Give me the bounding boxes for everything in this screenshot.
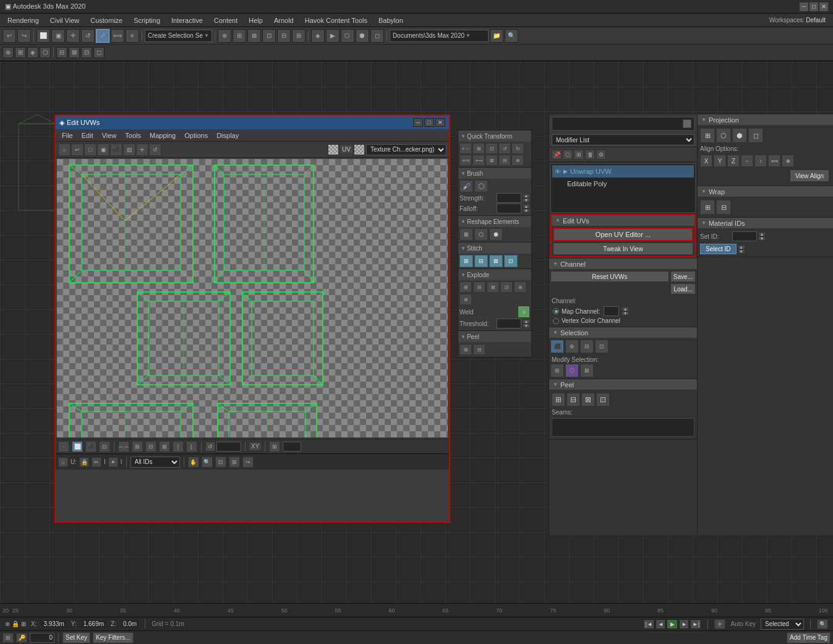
uvw-menu-tools[interactable]: Tools	[121, 131, 145, 140]
uvw-minimize-btn[interactable]: ─	[413, 118, 423, 127]
pan-btn[interactable]: ✋	[188, 457, 199, 468]
uvw-vertex-btn[interactable]: ·	[58, 441, 69, 452]
z-align-btn[interactable]: Z	[727, 155, 740, 167]
close-btn[interactable]: ✕	[819, 2, 828, 11]
selected-dropdown[interactable]: Selected	[761, 619, 804, 630]
path-btn[interactable]: 📁	[490, 29, 503, 43]
uvw-menu-display[interactable]: Display	[213, 131, 242, 140]
texture-dropdown[interactable]: Texture Ch...ecker.png)	[366, 144, 446, 155]
strength-down[interactable]: ▼	[523, 198, 530, 202]
menu-rendering[interactable]: Rendering	[2, 15, 44, 25]
first-frame-btn[interactable]: |◄	[643, 619, 654, 629]
peel-f-btn2[interactable]: ⊟	[473, 344, 485, 355]
open-uv-editor-btn[interactable]: Open UV Editor ...	[553, 228, 693, 241]
proj-planar-btn[interactable]: ⊞	[700, 128, 715, 143]
sub-tool3[interactable]: ◈	[27, 47, 38, 58]
zoom-region-btn[interactable]: 🔍	[202, 457, 213, 468]
explode-btn4[interactable]: ⊡	[500, 281, 513, 293]
peel-icon3[interactable]: ⊠	[581, 393, 595, 406]
rotate-input[interactable]: 0.0	[216, 442, 241, 452]
uvw-menu-view[interactable]: View	[98, 131, 121, 140]
tool2[interactable]: ⊞	[233, 29, 246, 43]
tool3[interactable]: ⊠	[247, 29, 261, 43]
pin-stack-btn[interactable]: 📌	[552, 150, 562, 160]
uvw-status-icon1[interactable]: ⌂	[58, 457, 68, 467]
sub-tool7[interactable]: ⊡	[81, 47, 92, 58]
sub-tool8[interactable]: ◻	[93, 47, 105, 58]
uvw-edge-btn[interactable]: ⬜	[72, 441, 83, 452]
brush-btn1[interactable]: 🖌	[459, 180, 473, 192]
uvw-move-btn[interactable]: ✛	[136, 144, 148, 156]
sel-face-btn[interactable]: ⬛	[550, 340, 564, 353]
zoom-fit-btn[interactable]: ⊞	[229, 457, 240, 468]
explode-btn6[interactable]: ⊗	[459, 294, 472, 305]
sel-contract-btn[interactable]: ⊟	[580, 340, 594, 353]
tool5[interactable]: ⊟	[277, 29, 291, 43]
load-btn[interactable]: Load...	[670, 283, 696, 294]
select-id-btn[interactable]: Select ID	[700, 244, 737, 254]
texture-checker-icon[interactable]	[354, 144, 365, 155]
stitch-btn4[interactable]: ⊡	[504, 255, 518, 267]
map-channel-down[interactable]: ▼	[622, 311, 629, 316]
material-editor-btn[interactable]: ◈	[311, 29, 325, 43]
play-btn[interactable]: ▶	[667, 619, 678, 629]
anim-mode-icon[interactable]: ⊞	[2, 633, 14, 643]
menu-havok[interactable]: Havok Content Tools	[300, 15, 372, 25]
selection-header[interactable]: ▼ Selection	[549, 327, 697, 338]
stitch-btn2[interactable]: ⊟	[474, 255, 488, 267]
menu-help[interactable]: Help	[244, 15, 268, 25]
all-ids-dropdown[interactable]: All IDs	[130, 457, 180, 468]
peel-icon2[interactable]: ⊟	[566, 393, 580, 406]
mirror-btn[interactable]: ⟺	[111, 29, 124, 43]
set-key-btn[interactable]: Set Key	[62, 632, 90, 643]
wrap-btn1[interactable]: ⊞	[700, 200, 715, 215]
sel-ring-btn[interactable]: ⊡	[595, 340, 609, 353]
explode-btn1[interactable]: ⊞	[459, 281, 472, 293]
menu-customize[interactable]: Customize	[85, 15, 127, 25]
uvw-maximize-btn[interactable]: □	[424, 118, 434, 127]
qt-btn2[interactable]: ⊞	[472, 143, 485, 154]
material-ids-header[interactable]: ▼ Material IDs	[698, 218, 833, 229]
mod-item-editable-poly[interactable]: Editable Poly	[552, 178, 694, 190]
falloff-input[interactable]: 20.0	[497, 204, 521, 213]
reshape-btn3[interactable]: ⬢	[489, 228, 503, 241]
mod-sel-btn1[interactable]: ⊞	[550, 364, 564, 377]
sub-tool1[interactable]: ⊕	[2, 47, 14, 58]
uvw-sel3-btn[interactable]: ⊟	[145, 441, 156, 452]
map-channel-input[interactable]: 1	[604, 306, 619, 316]
select-region-btn[interactable]: ▣	[51, 29, 65, 43]
set-id-up[interactable]: ▲	[758, 232, 766, 236]
mod-sel-btn2[interactable]: ⬡	[565, 364, 579, 377]
select-id-up[interactable]: ▲	[738, 245, 745, 249]
undo-btn[interactable]: ↩	[2, 29, 16, 43]
peel-icon1[interactable]: ⊞	[552, 393, 565, 406]
zoom-all-btn[interactable]: ⊡	[215, 457, 226, 468]
uvw-sel1-btn[interactable]: ─ ─	[118, 441, 129, 452]
qt-btn4[interactable]: ↺	[498, 143, 511, 154]
last-frame-btn[interactable]: ►|	[690, 619, 701, 629]
stitch-header[interactable]: ▼ Stitch	[458, 243, 531, 254]
reshape-btn2[interactable]: ⬡	[474, 228, 488, 241]
key-icon[interactable]: 🔑	[16, 633, 27, 643]
reset-uvws-btn[interactable]: Reset UVWs	[550, 271, 669, 282]
save-btn[interactable]: Save...	[670, 271, 696, 282]
tool4[interactable]: ⊡	[262, 29, 276, 43]
key-filters-btn[interactable]: Key Filters...	[93, 632, 134, 643]
qt-btn1[interactable]: +→	[459, 143, 472, 154]
stitch-btn3[interactable]: ⊠	[489, 255, 503, 267]
uvw-rotate-btn[interactable]: ↺	[149, 144, 161, 156]
set-id-input[interactable]	[732, 231, 757, 241]
uvw-menu-mapping[interactable]: Mapping	[146, 131, 179, 140]
add-time-tag-btn[interactable]: Add Time Tag	[787, 632, 831, 643]
proj-box-btn[interactable]: ◻	[748, 128, 763, 143]
xyz-align-btn1[interactable]: ↔	[741, 155, 753, 167]
render3-btn[interactable]: ⬢	[356, 29, 369, 43]
view-align-btn[interactable]: View Align	[790, 170, 829, 182]
peel-header[interactable]: ▼ Peel	[549, 379, 697, 390]
uvw-select1-btn[interactable]: □	[84, 144, 96, 156]
set-id-down[interactable]: ▼	[758, 236, 766, 241]
strength-up[interactable]: ▲	[523, 194, 530, 198]
material-color-btn[interactable]	[683, 119, 691, 128]
show-end-result-btn[interactable]: ⬡	[563, 150, 573, 160]
uvw-canvas[interactable]	[57, 159, 448, 437]
